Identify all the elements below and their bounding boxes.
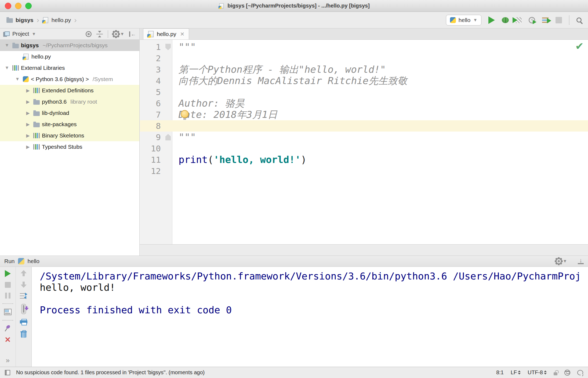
token-doc: 向伟大的Dennis MacAlistair Ritchie先生致敬	[179, 75, 407, 86]
more-actions-button[interactable]: »	[6, 357, 10, 364]
breadcrumb-item-bigsys[interactable]: bigsys	[6, 17, 34, 23]
caret-position-widget[interactable]: 8:1	[496, 369, 504, 376]
run-panel-settings-button[interactable]: ▼	[556, 258, 567, 264]
run-with-coverage-button[interactable]	[516, 17, 522, 23]
tree-item-hello-py[interactable]: hello.py	[0, 51, 139, 62]
toolbar-separator	[569, 16, 569, 25]
intention-bulb-icon[interactable]	[181, 110, 189, 118]
chevron-down-icon[interactable]: ▼	[32, 32, 36, 37]
event-balloon-icon[interactable]	[577, 370, 583, 375]
collapse-all-button[interactable]	[96, 31, 103, 37]
fold-marker-icon[interactable]	[165, 134, 171, 140]
scroll-to-end-button[interactable]	[21, 304, 26, 314]
code-editor[interactable]: 1"""23第一个Python程序 - 输出"hello, world!"4向伟…	[140, 40, 588, 244]
hide-panel-down-button[interactable]: ↓	[578, 258, 584, 264]
code-line-7[interactable]: 7Date: 2018年3月1日	[140, 109, 588, 120]
minimize-window-button[interactable]	[15, 3, 21, 9]
close-tab-icon[interactable]: ✕	[180, 31, 184, 37]
code-line-10[interactable]: 10	[140, 143, 588, 154]
panel-settings-button[interactable]: ▼	[113, 31, 124, 37]
code-line-6[interactable]: 6Author: 骆昊	[140, 98, 588, 109]
line-separator-widget[interactable]: LF	[511, 369, 521, 376]
breadcrumb-item-hello-py[interactable]: hello.py	[42, 16, 71, 24]
code-line-12[interactable]: 12	[140, 165, 588, 177]
code-line-9[interactable]: 9"""	[140, 132, 588, 143]
collapsed-arrow-icon[interactable]: ▶	[25, 88, 31, 93]
fold-gutter	[165, 41, 172, 53]
collapsed-arrow-icon[interactable]: ▶	[25, 110, 31, 116]
rerun-button[interactable]	[5, 270, 11, 277]
tree-item-label: Typeshed Stubs	[42, 144, 82, 150]
token-doc: Date: 2018年3月1日	[179, 109, 277, 120]
folder-icon	[6, 18, 13, 23]
run-panel-config-label[interactable]: hello	[28, 258, 39, 264]
expanded-arrow-icon[interactable]: ▼	[4, 43, 10, 48]
run-button[interactable]	[488, 16, 495, 24]
expanded-arrow-icon[interactable]: ▼	[14, 77, 21, 82]
tree-item-extended-definitions[interactable]: ▶Extended Definitions	[0, 85, 139, 96]
console-line: /System/Library/Frameworks/Python.framew…	[40, 271, 588, 282]
expanded-arrow-icon[interactable]: ▼	[4, 65, 10, 71]
project-panel-header: Project ▼ ▼ ←	[0, 28, 140, 40]
zoom-window-button[interactable]	[25, 3, 32, 9]
search-everywhere-button[interactable]	[576, 17, 582, 23]
restore-layout-button[interactable]	[4, 309, 12, 315]
tree-item-typeshed-stubs[interactable]: ▶Typeshed Stubs	[0, 141, 139, 152]
concurrency-diagram-button[interactable]	[542, 17, 549, 23]
collapsed-arrow-icon[interactable]: ▶	[25, 144, 31, 150]
code-line-11[interactable]: 11print('hello, world!')	[140, 154, 588, 165]
tree-item-lib-dynload[interactable]: ▶lib-dynload	[0, 107, 139, 119]
encoding-widget[interactable]: UTF-8	[528, 369, 547, 376]
code-line-2[interactable]: 2	[140, 53, 588, 64]
collapsed-arrow-icon[interactable]: ▶	[25, 99, 31, 105]
python-file-icon	[219, 3, 224, 9]
code-text	[172, 120, 179, 132]
tree-item-label: python3.6	[42, 99, 67, 105]
tree-item-python3-6[interactable]: ▶python3.6library root	[0, 96, 139, 107]
tab-hello-py[interactable]: hello.py ✕	[143, 28, 189, 39]
collapsed-arrow-icon[interactable]: ▶	[25, 133, 31, 139]
settings-gear-icon	[556, 258, 562, 264]
lock-unlocked-icon[interactable]	[554, 372, 557, 375]
inspections-ok-icon[interactable]: ✔	[575, 40, 584, 52]
close-window-button[interactable]	[5, 3, 11, 9]
code-line-5[interactable]: 5	[140, 86, 588, 98]
project-panel-title[interactable]: Project	[12, 31, 29, 37]
status-bar: No suspicious code found. 1 files proces…	[0, 367, 588, 378]
collapsed-arrow-icon[interactable]: ▶	[25, 122, 31, 127]
pin-tab-button[interactable]	[5, 325, 11, 332]
updown-arrows-icon	[544, 370, 547, 375]
python-file-icon	[43, 17, 48, 23]
python-file-icon	[23, 54, 28, 60]
hector-inspector-icon[interactable]	[564, 370, 570, 376]
print-button[interactable]	[20, 319, 27, 325]
tree-item-python-3-6-bigsys[interactable]: ▼< Python 3.6 (bigsys) >/System	[0, 74, 139, 85]
locate-file-button[interactable]	[86, 31, 92, 37]
debug-button[interactable]	[502, 17, 509, 23]
code-text: Author: 骆昊	[172, 98, 244, 109]
fold-marker-icon[interactable]	[165, 44, 171, 50]
tree-item-bigsys[interactable]: ▼bigsys~/PycharmProjects/bigsys	[0, 40, 139, 51]
code-line-4[interactable]: 4向伟大的Dennis MacAlistair Ritchie先生致敬	[140, 75, 588, 86]
run-configuration-select[interactable]: hello ▼	[446, 15, 481, 26]
run-panel-title[interactable]: Run	[4, 258, 15, 264]
soft-wrap-button[interactable]	[20, 293, 27, 299]
clear-all-button[interactable]	[21, 331, 27, 338]
tree-item-binary-skeletons[interactable]: ▶Binary Skeletons	[0, 130, 139, 141]
status-message[interactable]: No suspicious code found. 1 files proces…	[16, 369, 205, 376]
tree-item-external-libraries[interactable]: ▼External Libraries	[0, 62, 139, 74]
toolwindow-switcher-icon[interactable]	[5, 370, 10, 375]
close-run-panel-button[interactable]: ✕	[5, 337, 11, 343]
profiler-button[interactable]	[529, 17, 535, 23]
fold-gutter	[165, 109, 172, 120]
code-line-3[interactable]: 3第一个Python程序 - 输出"hello, world!"	[140, 64, 588, 75]
hide-panel-button[interactable]: ←	[129, 31, 136, 37]
tree-item-site-packages[interactable]: ▶site-packages	[0, 119, 139, 130]
run-panel-header[interactable]: Run hello ▼ ↓	[0, 256, 588, 267]
run-console[interactable]: /System/Library/Frameworks/Python.framew…	[32, 267, 588, 367]
code-line-1[interactable]: 1"""	[140, 41, 588, 53]
chevron-down-icon: ▼	[563, 259, 567, 264]
fold-gutter	[165, 154, 172, 165]
window-titlebar: bigsys [~/PycharmProjects/bigsys] - .../…	[0, 0, 588, 12]
code-line-8[interactable]: 8	[140, 120, 588, 132]
